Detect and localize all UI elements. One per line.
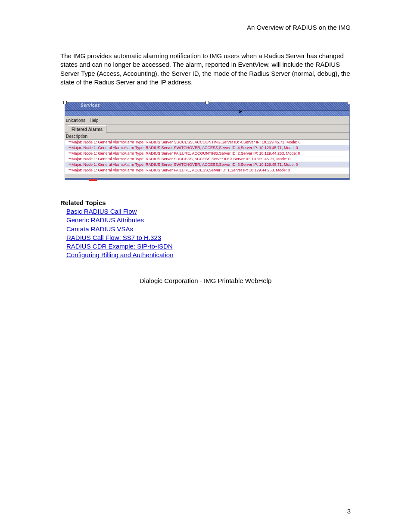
tab-filtered-alarms[interactable]: Filtered Alarms: [68, 125, 106, 133]
page-header-right: An Overview of RADIUS on the IMG: [60, 24, 351, 31]
table-row[interactable]: **Major: Node 1: General Alarm:Alarm Typ…: [65, 162, 349, 168]
table-row[interactable]: **Major: Node 1: General Alarm:Alarm Typ…: [65, 156, 349, 162]
link-radius-call-flow-ss7-h323[interactable]: RADIUS Call Flow: SS7 to H.323: [66, 233, 161, 242]
link-generic-radius-attributes[interactable]: Generic RADIUS Attributes: [66, 216, 144, 224]
link-configuring-billing-auth[interactable]: Configuring Billing and Authentication: [66, 251, 174, 259]
window-title-bar[interactable]: Services ➤: [65, 103, 349, 110]
table-row[interactable]: **Major: Node 1: General Alarm:Alarm Typ…: [65, 168, 349, 173]
column-header-description[interactable]: Description: [65, 133, 349, 140]
resize-handle[interactable]: [63, 101, 67, 104]
link-cantata-radius-vsas[interactable]: Cantata RADIUS VSAs: [66, 225, 133, 233]
page-number: 3: [347, 507, 351, 515]
menu-bar: unications Help: [65, 116, 349, 124]
related-topics-heading: Related Topics: [60, 199, 351, 206]
side-marker-icon: [346, 147, 350, 151]
menu-item-truncated[interactable]: unications: [66, 118, 85, 123]
table-row[interactable]: **Major: Node 1: General Alarm:Alarm Typ…: [65, 151, 349, 156]
window-border-bottom: [65, 178, 349, 180]
link-radius-cdr-sip-isdn[interactable]: RADIUS CDR Example: SIP-to-ISDN: [66, 242, 173, 251]
table-row[interactable]: **Major: Node 1: General Alarm:Alarm Typ…: [65, 145, 349, 151]
eventview-window: Services ➤ unications Help Filtered Alar…: [65, 102, 350, 180]
side-marker-icon: [64, 147, 68, 151]
link-basic-radius-call-flow[interactable]: Basic RADIUS Call Flow: [66, 207, 137, 216]
indicator-icon: [89, 179, 97, 181]
title-bar-spacer: [65, 110, 349, 116]
intro-paragraph: The IMG provides automatic alarming noti…: [60, 52, 351, 87]
menu-item-help[interactable]: Help: [90, 118, 99, 123]
window-title-fragment: Services: [81, 103, 100, 108]
footer-text: Dialogic Corporation - IMG Printable Web…: [60, 277, 351, 284]
tab-row: Filtered Alarms: [65, 124, 349, 133]
related-topics-section: Related Topics Basic RADIUS Call Flow Ge…: [60, 199, 351, 260]
table-row[interactable]: **Major: Node 1: General Alarm:Alarm Typ…: [65, 140, 349, 145]
resize-handle[interactable]: [206, 101, 209, 104]
resize-handle[interactable]: [348, 101, 351, 104]
alarm-rows: **Major: Node 1: General Alarm:Alarm Typ…: [65, 140, 349, 173]
status-bar: [65, 173, 349, 178]
